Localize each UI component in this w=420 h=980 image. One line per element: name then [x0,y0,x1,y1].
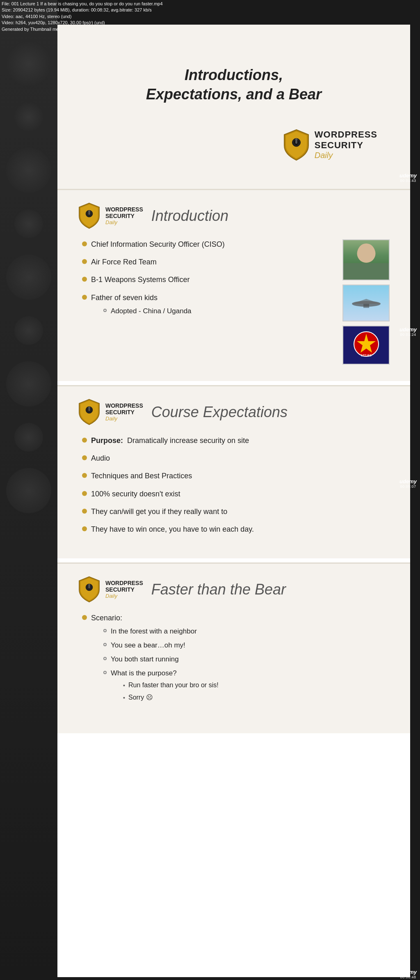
wsd-sec-bear: SECURITY [105,586,143,593]
bullet-dot-1 [82,241,87,246]
exp-100-text: 100% security doesn't exist [91,489,180,499]
sidebar-circle-3 [6,148,51,193]
sidebar-circle-2 [14,103,43,131]
exp-bullet-purpose: Purpose: Dramatically increase security … [82,436,390,446]
bear-scenario: Scenario: In the forest with a neighbor … [82,613,390,709]
file-line3: Video: aac, 44100 Hz, stereo (und) [2,14,163,20]
wsd-logo-bear: WORDPRESS SECURITY Daily [78,576,143,603]
svg-rect-1 [295,140,297,144]
slide-introduction: WORDPRESS SECURITY Daily Introduction Ch… [57,189,410,381]
shield-icon-large [283,129,310,161]
svg-point-18 [88,584,90,586]
exp-bullet-win: They have to win once, you have to win e… [82,524,390,535]
exp-bullet-100: 100% security doesn't exist [82,489,390,499]
circle-bullet-bear [103,643,107,646]
intro-bullet-1: Chief Information Security Officer (CISO… [82,239,334,250]
intro-sub-bullet-1: Adopted - China / Uganda [103,306,192,316]
svg-text:177 IAS: 177 IAS [361,354,372,357]
expectations-title: Course Expectations [151,404,288,421]
bullet-dot-3 [82,277,87,282]
wsd-text-large: WORDPRESS SECURITY Daily [315,129,377,160]
udemy-timestamp-2: 00:01:24 [400,333,416,337]
svg-point-15 [88,406,90,409]
slide-bear: WORDPRESS SECURITY Daily Faster than the… [57,562,410,733]
udemy-timestamp-1: 00:01:43 [400,179,416,183]
slide-title-line1: Introductions, [185,67,283,83]
intro-bullet-3: B-1 Weapons Systems Officer [82,275,334,285]
wsd-wordpress: WORDPRESS [315,129,377,140]
wsd-logo-intro: WORDPRESS SECURITY Daily [78,202,143,229]
bear-bullet-list: Scenario: In the forest with a neighbor … [78,613,390,709]
svg-rect-17 [88,585,90,588]
file-line5: Generated by Thumbnail me [2,26,163,32]
udemy-label-3: udemy [399,478,417,484]
bullet-dot-scenario [82,615,87,620]
wsd-security: SECURITY [315,140,377,151]
bear-sub-sub-list: ▪ Run faster than your bro or sis! ▪ Sor… [111,681,219,702]
sidebar-circle-7 [6,361,51,406]
svg-rect-14 [88,408,90,411]
exp-win-text: They have to win once, you have to win e… [91,524,254,535]
bear-sub-text-4: What is the purpose? [111,669,177,677]
bear-sub-text-1: In the forest with a neighbor [111,627,197,636]
sidebar-circle-6 [14,316,43,345]
badge-svg: 177 IAS [352,330,381,360]
exp-bullet-techniques: Techniques and Best Practices [82,471,390,481]
udemy-watermark-2: udemy 00:01:24 [399,326,417,337]
udemy-label-1: udemy [399,172,417,179]
slide-title: Introductions, Expectations, and a Bear [146,66,322,104]
bullet-dot-techniques [82,473,87,478]
intro-title: Introduction [151,207,228,225]
wsd-wp-bear: WORDPRESS [105,580,143,586]
bear-sub-list: In the forest with a neighbor You see a … [91,627,219,705]
svg-marker-7 [352,299,381,304]
bear-sub-1: In the forest with a neighbor [103,627,219,636]
intro-bullet-text-4: Father of seven kids [91,294,158,302]
exp-can-will-text: They can/will get you if they really wan… [91,507,227,517]
wsd-daily-exp: Daily [105,415,143,422]
plane-svg [348,295,385,311]
bullet-dot-4 [82,295,87,300]
sidebar-circle-5 [6,255,51,300]
wsd-daily-bear: Daily [105,593,143,599]
intro-bullet-4: Father of seven kids Adopted - China / U… [82,293,334,320]
left-sidebar [0,0,57,980]
wsd-text-bear: WORDPRESS SECURITY Daily [105,580,143,599]
sidebar-circle-1 [6,41,51,86]
circle-bullet-run [103,657,107,660]
bear-sub-3: You both start running [103,654,219,664]
intro-sub-list: Adopted - China / Uganda [91,306,192,316]
bullet-dot-can-will [82,509,87,514]
expectations-bullet-list: Purpose: Dramatically increase security … [78,436,390,535]
intro-bullet-text-1: Chief Information Security Officer (CISO… [91,239,225,250]
sidebar-circle-8 [14,423,43,452]
wsd-wp-exp: WORDPRESS [105,402,143,409]
intro-bullet-list: Chief Information Security Officer (CISO… [78,239,334,320]
file-info: File: 001 Lecture 1 If a bear is chasing… [0,0,164,33]
photo-badge: 177 IAS [342,326,390,365]
wsd-sec-exp: SECURITY [105,409,143,415]
svg-point-5 [88,210,90,212]
svg-point-2 [295,138,297,141]
bullet-dot-100 [82,491,87,496]
circle-bullet-1 [103,309,107,312]
intro-bullet-text-3: B-1 Weapons Systems Officer [91,275,189,285]
sidebar-circle-4 [14,209,43,238]
intro-left: Chief Information Security Officer (CISO… [78,239,334,365]
shield-icon-bear [78,576,100,603]
bear-sub-2: You see a bear…oh my! [103,640,219,650]
exp-audio-text: Audio [91,453,110,464]
bear-header: WORDPRESS SECURITY Daily Faster than the… [78,576,390,603]
bullet-dot-2 [82,259,87,264]
wsd-daily-small: Daily [105,219,143,225]
bear-sub-sub-text-2: Sorry ☹ [128,693,153,702]
file-line4: Video: h264, yuv420p, 1280x720, 30.00 fp… [2,20,163,26]
bear-sub-sub-1: ▪ Run faster than your bro or sis! [123,681,219,690]
intro-content: Chief Information Security Officer (CISO… [78,239,390,365]
bear-sub-text-3: You both start running [111,654,179,664]
intro-bullet-text-2: Air Force Red Team [91,257,157,267]
udemy-timestamp-4: 00:06:48 [400,975,416,979]
dash-bullet-1: ▪ [123,682,125,690]
main-content: Introductions, Expectations, and a Bear … [57,25,410,977]
udemy-label-4: udemy [399,969,417,975]
